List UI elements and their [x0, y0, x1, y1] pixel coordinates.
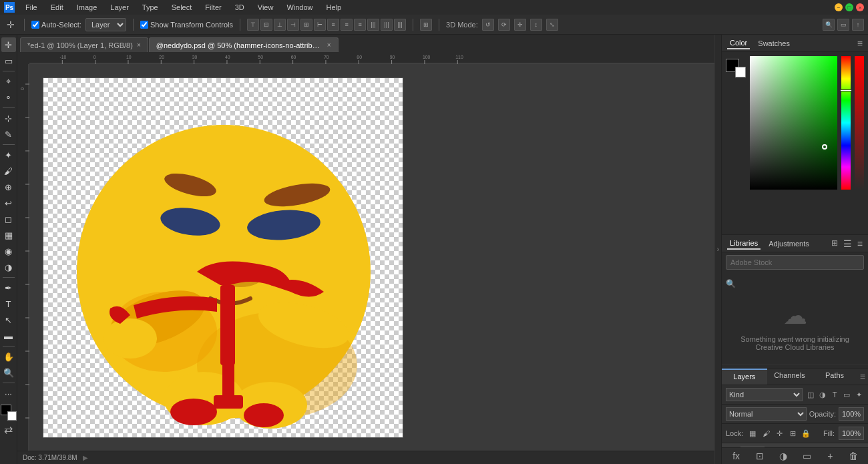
background-swatch[interactable] — [735, 67, 746, 77]
adjustments-tab[interactable]: Adjustments — [766, 238, 812, 249]
hand-tool[interactable]: ✋ — [1, 349, 16, 364]
layer-adjustment-button[interactable]: ◑ — [773, 451, 793, 461]
menu-view[interactable]: View — [255, 2, 276, 13]
align-left-icon[interactable]: ⊣ — [287, 19, 299, 31]
lasso-tool[interactable]: ⌖ — [1, 74, 16, 89]
spot-heal-tool[interactable]: ✦ — [1, 148, 16, 162]
hue-strip[interactable] — [841, 56, 851, 190]
share-icon[interactable]: ↑ — [852, 19, 864, 31]
layer-fx-button[interactable]: fx — [726, 451, 746, 461]
lock-pixels-icon[interactable]: 🖌 — [761, 428, 771, 439]
libraries-tab[interactable]: Libraries — [727, 238, 761, 250]
3d-pan-icon[interactable]: ✛ — [514, 19, 526, 31]
tab-1[interactable]: @neddydo.psd @ 50% (hammer-icons-no-attr… — [149, 37, 339, 52]
color-tab[interactable]: Color — [727, 37, 750, 49]
swatches-tab[interactable]: Swatches — [755, 38, 793, 49]
color-picker-main[interactable] — [750, 56, 837, 190]
stamp-tool[interactable]: ⊕ — [1, 180, 16, 194]
distribute-r-icon[interactable]: ||| — [394, 19, 406, 31]
eraser-tool[interactable]: ◻ — [1, 212, 16, 226]
gradient-tool[interactable]: ▦ — [1, 228, 16, 242]
move-tool[interactable]: ✛ — [1, 37, 16, 52]
align-bottom-icon[interactable]: ⊥ — [274, 19, 286, 31]
auto-align-icon[interactable]: ⊞ — [420, 19, 432, 31]
shape-tool[interactable]: ▬ — [1, 328, 16, 343]
fill-input[interactable] — [839, 427, 864, 440]
layer-filter-pixel-icon[interactable]: ◫ — [805, 389, 816, 400]
align-right-icon[interactable]: ⊢ — [314, 19, 326, 31]
menu-image[interactable]: Image — [74, 2, 100, 13]
menu-filter[interactable]: Filter — [202, 2, 224, 13]
distribute-bot-icon[interactable]: ≡ — [354, 19, 366, 31]
3d-roll-icon[interactable]: ⟳ — [498, 19, 510, 31]
tab-0[interactable]: *ed-1 @ 100% (Layer 1, RGB/8) × — [20, 37, 148, 52]
background-color[interactable] — [7, 411, 17, 421]
menu-help[interactable]: Help — [324, 2, 345, 13]
lock-all-icon[interactable]: 🔒 — [801, 428, 811, 439]
layers-tab-layers[interactable]: Layers — [722, 369, 767, 385]
color-panel-menu-icon[interactable]: ≡ — [857, 38, 863, 49]
layer-mask-button[interactable]: ⊡ — [749, 451, 770, 461]
type-tool[interactable]: T — [1, 296, 16, 311]
libraries-search-input[interactable] — [726, 255, 864, 270]
layers-tab-paths[interactable]: Paths — [812, 369, 857, 385]
tab-1-close[interactable]: × — [327, 41, 331, 49]
layer-delete-button[interactable]: 🗑 — [843, 451, 864, 461]
minimize-button[interactable]: − — [835, 3, 843, 11]
distribute-c-icon[interactable]: ||| — [381, 19, 393, 31]
layer-filter-smart-icon[interactable]: ✦ — [853, 389, 864, 400]
layers-panel-menu-icon[interactable]: ≡ — [857, 369, 868, 385]
menu-3d[interactable]: 3D — [232, 2, 247, 13]
menu-edit[interactable]: Edit — [48, 2, 66, 13]
align-top-icon[interactable]: ⊤ — [247, 19, 259, 31]
menu-window[interactable]: Window — [284, 2, 315, 13]
align-middle-v-icon[interactable]: ⊟ — [260, 19, 272, 31]
opacity-input[interactable] — [839, 407, 864, 421]
canvas-document[interactable] — [43, 77, 403, 438]
auto-select-checkbox[interactable] — [31, 21, 39, 29]
layers-tab-channels[interactable]: Channels — [767, 369, 813, 385]
transform-controls-checkbox[interactable] — [140, 21, 148, 29]
eyedropper-tool[interactable]: ✎ — [1, 127, 16, 142]
menu-file[interactable]: File — [23, 2, 40, 13]
collapse-handle[interactable]: › — [714, 35, 721, 464]
layer-filter-adj-icon[interactable]: ◑ — [817, 389, 828, 400]
blur-tool[interactable]: ◉ — [1, 244, 16, 258]
search-icon[interactable]: 🔍 — [823, 19, 835, 31]
distribute-top-icon[interactable]: ≡ — [327, 19, 339, 31]
tab-0-close[interactable]: × — [137, 41, 141, 49]
distribute-l-icon[interactable]: ||| — [367, 19, 379, 31]
path-select-tool[interactable]: ↖ — [1, 312, 16, 327]
layer-group-button[interactable]: ▭ — [797, 451, 817, 461]
history-brush-tool[interactable]: ↩ — [1, 196, 16, 210]
menu-type[interactable]: Type — [140, 2, 161, 13]
libraries-list-icon[interactable]: ☰ — [843, 238, 852, 249]
align-center-h-icon[interactable]: ⊞ — [300, 19, 312, 31]
quick-select-tool[interactable]: ⚬ — [1, 90, 16, 105]
maximize-button[interactable]: □ — [845, 3, 853, 11]
auto-select-type-dropdown[interactable]: Layer Group — [85, 18, 126, 31]
dodge-tool[interactable]: ◑ — [1, 260, 16, 274]
marquee-tool[interactable]: ▭ — [1, 53, 16, 68]
3d-slide-icon[interactable]: ↕ — [530, 19, 542, 31]
more-tools[interactable]: ··· — [1, 386, 16, 401]
close-button[interactable]: × — [856, 3, 864, 11]
zoom-tool[interactable]: 🔍 — [1, 365, 16, 380]
layer-new-button[interactable]: + — [820, 451, 841, 461]
blend-mode-dropdown[interactable]: Normal Multiply Screen — [726, 407, 807, 421]
lock-position-icon[interactable]: ✛ — [774, 428, 785, 439]
pen-tool[interactable]: ✒ — [1, 280, 16, 295]
layer-filter-type-icon[interactable]: T — [829, 389, 840, 400]
lock-artboard-icon[interactable]: ⊞ — [787, 428, 798, 439]
layer-filter-shape-icon[interactable]: ▭ — [841, 389, 852, 400]
libraries-grid-icon[interactable]: ⊞ — [831, 238, 838, 249]
layers-kind-dropdown[interactable]: Kind — [726, 388, 803, 401]
switch-colors-icon[interactable]: ⇄ — [1, 423, 17, 436]
crop-tool[interactable]: ⊹ — [1, 111, 16, 126]
brush-tool[interactable]: 🖌 — [1, 164, 16, 178]
alpha-strip[interactable] — [855, 56, 864, 190]
menu-select[interactable]: Select — [169, 2, 195, 13]
distribute-mid-icon[interactable]: ≡ — [341, 19, 353, 31]
lock-transparent-icon[interactable]: ▦ — [747, 428, 758, 439]
menu-layer[interactable]: Layer — [107, 2, 132, 13]
